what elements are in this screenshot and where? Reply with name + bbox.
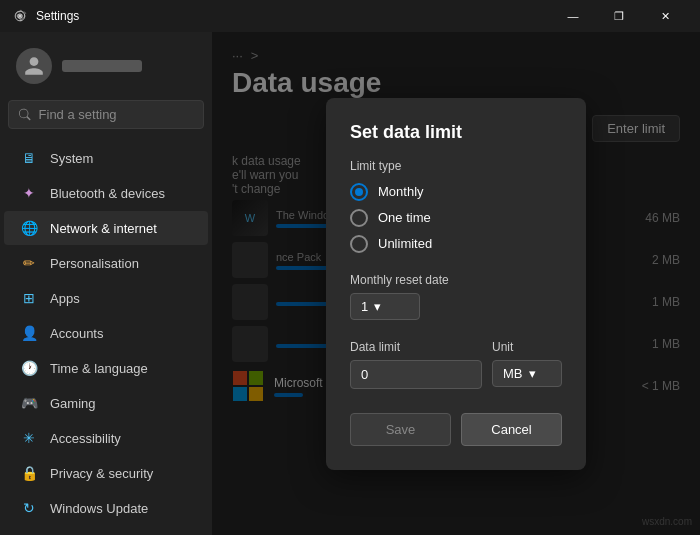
radio-monthly-outer	[350, 183, 368, 201]
privacy-icon: 🔒	[20, 464, 38, 482]
reset-date-value: 1	[361, 299, 368, 314]
search-box[interactable]	[8, 100, 204, 129]
app-layout: 🖥 System ✦ Bluetooth & devices 🌐 Network…	[0, 32, 700, 535]
radio-one-time-outer	[350, 209, 368, 227]
sidebar-item-bluetooth[interactable]: ✦ Bluetooth & devices	[4, 176, 208, 210]
sidebar-item-label: Privacy & security	[50, 466, 153, 481]
sidebar-item-label: System	[50, 151, 93, 166]
titlebar-left: Settings	[12, 8, 79, 24]
radio-monthly-label: Monthly	[378, 184, 424, 199]
unit-label: Unit	[492, 340, 562, 354]
svg-point-1	[18, 14, 22, 18]
cancel-button[interactable]: Cancel	[461, 413, 562, 446]
sidebar-item-label: Bluetooth & devices	[50, 186, 165, 201]
radio-unlimited-outer	[350, 235, 368, 253]
search-input[interactable]	[39, 107, 193, 122]
sidebar-item-label: Windows Update	[50, 501, 148, 516]
main-content: ··· > Data usage Ethernet ▾ Enter limit …	[212, 32, 700, 535]
limit-type-label: Limit type	[350, 159, 562, 173]
windows-update-icon: ↻	[20, 499, 38, 517]
unit-col: Unit MB ▾	[492, 340, 562, 389]
sidebar-item-network[interactable]: 🌐 Network & internet	[4, 211, 208, 245]
accounts-icon: 👤	[20, 324, 38, 342]
data-limit-input[interactable]	[350, 360, 482, 389]
dialog-actions: Save Cancel	[350, 413, 562, 446]
sidebar-item-personalisation[interactable]: ✏ Personalisation	[4, 246, 208, 280]
sidebar-item-label: Personalisation	[50, 256, 139, 271]
time-icon: 🕐	[20, 359, 38, 377]
titlebar-title: Settings	[36, 9, 79, 23]
sidebar-item-accounts[interactable]: 👤 Accounts	[4, 316, 208, 350]
radio-monthly-inner	[355, 188, 363, 196]
radio-group-limit-type: Monthly One time Unlimited	[350, 183, 562, 253]
bluetooth-icon: ✦	[20, 184, 38, 202]
titlebar-controls: — ❐ ✕	[550, 0, 688, 32]
data-limit-label: Data limit	[350, 340, 482, 354]
sidebar-item-time[interactable]: 🕐 Time & language	[4, 351, 208, 385]
dialog-title: Set data limit	[350, 122, 562, 143]
unit-select[interactable]: MB ▾	[492, 360, 562, 387]
user-name-display	[62, 60, 142, 72]
data-limit-col: Data limit	[350, 340, 482, 389]
sidebar-item-apps[interactable]: ⊞ Apps	[4, 281, 208, 315]
radio-unlimited[interactable]: Unlimited	[350, 235, 562, 253]
sidebar-item-label: Accessibility	[50, 431, 121, 446]
sidebar-item-label: Apps	[50, 291, 80, 306]
sidebar-item-accessibility[interactable]: ✳ Accessibility	[4, 421, 208, 455]
sidebar-item-windows-update[interactable]: ↻ Windows Update	[4, 491, 208, 525]
settings-icon	[12, 8, 28, 24]
radio-one-time-label: One time	[378, 210, 431, 225]
reset-date-chevron: ▾	[374, 299, 381, 314]
unit-chevron: ▾	[529, 366, 536, 381]
reset-date-select[interactable]: 1 ▾	[350, 293, 420, 320]
accessibility-icon: ✳	[20, 429, 38, 447]
search-icon	[19, 108, 31, 121]
system-icon: 🖥	[20, 149, 38, 167]
sidebar-item-privacy[interactable]: 🔒 Privacy & security	[4, 456, 208, 490]
data-limit-section: Data limit Unit MB ▾	[350, 340, 562, 389]
minimize-button[interactable]: —	[550, 0, 596, 32]
personalisation-icon: ✏	[20, 254, 38, 272]
sidebar-item-gaming[interactable]: 🎮 Gaming	[4, 386, 208, 420]
sidebar-item-system[interactable]: 🖥 System	[4, 141, 208, 175]
radio-unlimited-label: Unlimited	[378, 236, 432, 251]
set-data-limit-dialog: Set data limit Limit type Monthly One ti…	[326, 98, 586, 470]
maximize-button[interactable]: ❐	[596, 0, 642, 32]
user-section	[0, 40, 212, 100]
sidebar-item-label: Accounts	[50, 326, 103, 341]
sidebar-item-label: Network & internet	[50, 221, 157, 236]
close-button[interactable]: ✕	[642, 0, 688, 32]
radio-one-time[interactable]: One time	[350, 209, 562, 227]
titlebar: Settings — ❐ ✕	[0, 0, 700, 32]
sidebar-item-label: Time & language	[50, 361, 148, 376]
network-icon: 🌐	[20, 219, 38, 237]
reset-date-label: Monthly reset date	[350, 273, 562, 287]
unit-value: MB	[503, 366, 523, 381]
reset-date-section: Monthly reset date 1 ▾	[350, 273, 562, 320]
apps-icon: ⊞	[20, 289, 38, 307]
save-button[interactable]: Save	[350, 413, 451, 446]
gaming-icon: 🎮	[20, 394, 38, 412]
radio-monthly[interactable]: Monthly	[350, 183, 562, 201]
sidebar-item-label: Gaming	[50, 396, 96, 411]
avatar	[16, 48, 52, 84]
sidebar: 🖥 System ✦ Bluetooth & devices 🌐 Network…	[0, 32, 212, 535]
